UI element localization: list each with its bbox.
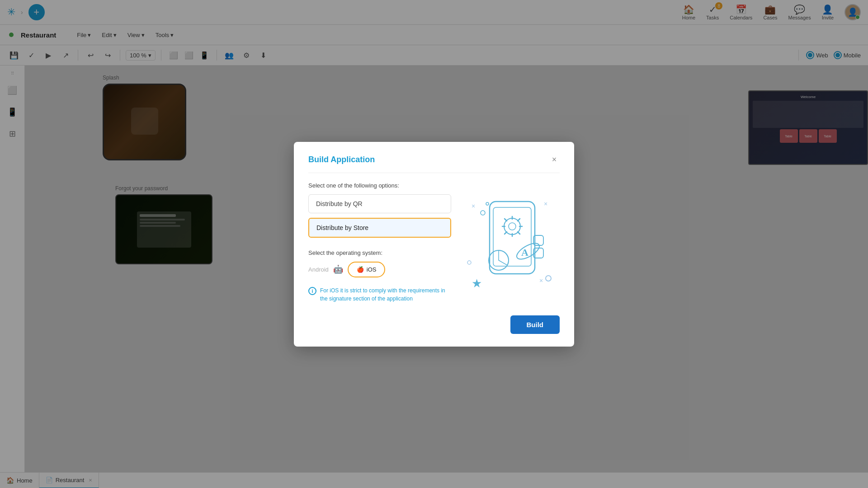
svg-point-8 [509,223,516,230]
modal-close-button[interactable]: × [549,155,560,165]
svg-line-13 [505,219,507,221]
os-options: Android 🤖 🍎 iOS [308,262,451,277]
modal-left-panel: Select one of the following options: Dis… [308,182,451,303]
phone-illustration-svg: × × × [465,190,555,294]
android-label: Android [308,266,329,273]
svg-line-15 [518,219,520,221]
modal-footer: Build [308,315,560,334]
build-application-modal: Build Application × Select one of the fo… [294,142,574,347]
svg-text:★: ★ [472,277,482,290]
modal-title: Build Application [308,155,375,164]
os-section: Select the operating system: Android 🤖 🍎… [308,249,451,277]
modal-header: Build Application × [308,155,560,173]
modal-overlay: Build Application × Select one of the fo… [0,0,868,488]
modal-body: Select one of the following options: Dis… [308,182,560,303]
distribute-store-option[interactable]: Distribute by Store [308,218,451,238]
build-button[interactable]: Build [510,315,560,334]
android-icon: 🤖 [333,264,343,274]
ios-label: iOS [367,266,377,273]
svg-point-3 [546,276,551,281]
svg-line-16 [505,232,507,234]
distribute-qr-option[interactable]: Distribute by QR [308,194,451,213]
svg-point-24 [486,202,489,205]
ios-option-button[interactable]: 🍎 iOS [348,262,386,277]
svg-rect-5 [490,202,535,274]
info-text: For iOS it is strict to comply with the … [320,286,451,303]
svg-text:×: × [544,200,547,207]
os-section-label: Select the operating system: [308,249,451,256]
svg-text:A: A [521,247,528,258]
svg-line-14 [518,232,520,234]
info-section: i For iOS it is strict to comply with th… [308,286,451,303]
svg-point-23 [481,211,485,215]
options-instruction: Select one of the following options: [308,182,451,189]
apple-icon: 🍎 [357,266,364,273]
svg-text:×: × [472,202,475,210]
modal-illustration: × × × [460,182,560,303]
info-icon: i [308,287,316,295]
svg-text:×: × [539,277,543,284]
svg-point-4 [467,261,471,264]
